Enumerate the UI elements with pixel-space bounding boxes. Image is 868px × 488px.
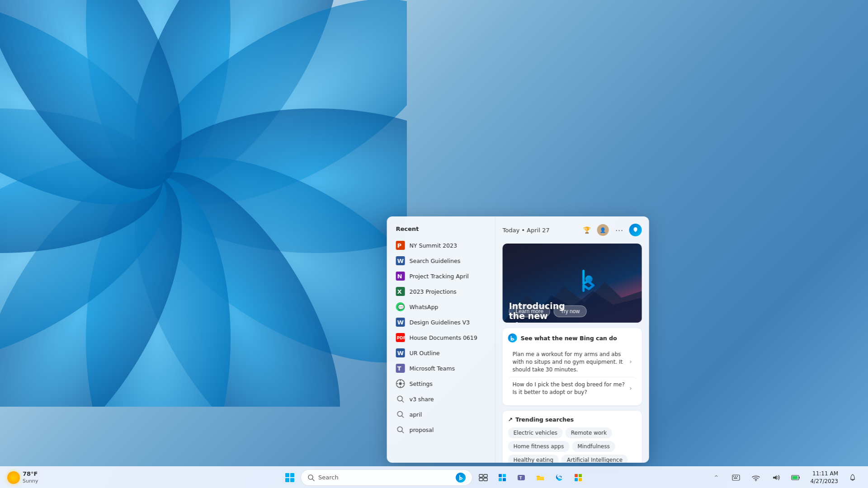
trending-tag-mindfulness[interactable]: Mindfulness <box>572 441 615 452</box>
search-icon-3 <box>396 425 405 434</box>
weather-condition: Sunny <box>23 478 38 484</box>
chevron-up-icon: ^ <box>714 474 718 480</box>
svg-rect-70 <box>793 476 798 479</box>
trending-tag-electric-vehicles[interactable]: Electric vehicles <box>508 427 563 438</box>
wifi-button[interactable] <box>748 469 764 486</box>
bing-section-title: See what the new Bing can do <box>521 335 617 342</box>
recent-item-april[interactable]: april <box>387 407 495 422</box>
bing-banner: Introducing the new Bing Learn more Try … <box>503 244 642 323</box>
store-icon <box>574 473 583 482</box>
learn-more-button[interactable]: Learn more <box>509 305 550 317</box>
volume-button[interactable] <box>768 469 784 486</box>
profile-button[interactable]: 👤 <box>597 224 609 236</box>
recent-item-settings[interactable]: Settings <box>387 376 495 391</box>
svg-text:💬: 💬 <box>398 304 405 310</box>
trending-arrow-icon: ↗ <box>508 416 513 423</box>
search-placeholder: Search <box>318 474 452 481</box>
recent-item-v3-share[interactable]: v3 share <box>387 391 495 407</box>
excel-icon: X <box>396 287 405 296</box>
edge-button[interactable] <box>551 469 567 486</box>
taskbar-search[interactable]: Search <box>301 469 472 486</box>
battery-button[interactable] <box>788 469 804 486</box>
svg-rect-48 <box>484 474 487 477</box>
recent-item-label: april <box>410 411 422 418</box>
svg-line-33 <box>402 400 404 402</box>
svg-point-31 <box>399 382 402 385</box>
trending-header: ↗ Trending searches <box>508 416 637 423</box>
trending-tag-healthy-eating[interactable]: Healthy eating <box>508 455 559 463</box>
recent-item-label: House Documents 0619 <box>410 334 477 341</box>
svg-rect-49 <box>479 478 483 481</box>
store-button[interactable] <box>570 469 586 486</box>
svg-rect-47 <box>479 474 483 477</box>
recent-item-label: UR Outline <box>410 350 440 357</box>
taskbar-clock: 11:11 AM 4/27/2023 <box>810 470 838 485</box>
widgets-button[interactable] <box>494 469 510 486</box>
chevron-right-icon-1: › <box>629 357 632 366</box>
svg-rect-66 <box>734 478 737 479</box>
recent-items-list: P NY Summit 2023 W Search Guidelines N <box>387 238 495 437</box>
weather-widget[interactable]: 78°F Sunny <box>7 470 38 484</box>
word-icon: W <box>396 256 405 265</box>
search-icon-2 <box>396 410 405 419</box>
svg-rect-60 <box>575 478 578 481</box>
svg-rect-52 <box>503 474 506 477</box>
svg-point-67 <box>755 480 756 481</box>
trending-tag-remote-work[interactable]: Remote work <box>566 427 612 438</box>
clock-time: 11:11 AM <box>810 470 838 478</box>
svg-text:PDF: PDF <box>397 336 405 340</box>
svg-point-40 <box>585 275 593 282</box>
svg-text:W: W <box>397 258 404 264</box>
svg-line-46 <box>312 479 314 481</box>
teams-chat-icon: T <box>517 473 526 482</box>
bing-query-2[interactable]: How do I pick the best dog breed for me?… <box>508 377 637 400</box>
onenote-icon: N <box>396 272 405 281</box>
file-explorer-button[interactable] <box>532 469 548 486</box>
more-options-button[interactable]: ⋯ <box>613 224 626 236</box>
start-popup: Recent P NY Summit 2023 W Search Guideli… <box>387 216 649 463</box>
panel-date: Today • April 27 <box>503 227 550 234</box>
trending-tag-ai[interactable]: Artificial Intelligence <box>561 455 628 463</box>
svg-rect-64 <box>735 476 736 477</box>
bing-capabilities-section: See what the new Bing can do Plan me a w… <box>503 328 642 405</box>
recent-item-teams[interactable]: T Microsoft Teams <box>387 361 495 376</box>
volume-icon <box>772 474 780 481</box>
task-view-icon <box>479 473 488 482</box>
pdf-icon: PDF <box>396 333 405 342</box>
whatsapp-icon: 💬 <box>396 302 405 311</box>
keyboard-button[interactable] <box>728 469 744 486</box>
recent-item-2023-projections[interactable]: X 2023 Projections <box>387 284 495 299</box>
panel-header-icons: 🏆 👤 ⋯ <box>580 224 642 236</box>
desktop: Recent P NY Summit 2023 W Search Guideli… <box>0 0 868 488</box>
trophy-button[interactable]: 🏆 <box>580 224 593 236</box>
trending-section: ↗ Trending searches Electric vehicles Re… <box>503 411 642 463</box>
recent-item-ny-summit[interactable]: P NY Summit 2023 <box>387 238 495 253</box>
bing-query-1[interactable]: Plan me a workout for my arms and abs wi… <box>508 347 637 377</box>
teams-icon: T <box>396 364 405 373</box>
recent-item-ur-outline[interactable]: W UR Outline <box>387 345 495 361</box>
recent-item-whatsapp[interactable]: 💬 WhatsApp <box>387 299 495 314</box>
task-view-button[interactable] <box>475 469 491 486</box>
clock-display[interactable]: 11:11 AM 4/27/2023 <box>807 469 841 486</box>
svg-rect-44 <box>290 478 294 482</box>
recent-item-design-guidelines[interactable]: W Design Guidelines V3 <box>387 314 495 330</box>
notification-button[interactable] <box>844 469 861 486</box>
try-now-button[interactable]: Try now <box>554 305 586 317</box>
bing-query-text-1: Plan me a workout for my arms and abs wi… <box>513 351 629 373</box>
system-tray-expand[interactable]: ^ <box>708 469 724 486</box>
recent-item-proposal[interactable]: proposal <box>387 422 495 437</box>
recent-item-label: Project Tracking April <box>410 273 469 280</box>
recent-item-project-tracking[interactable]: N Project Tracking April <box>387 268 495 284</box>
svg-rect-53 <box>499 478 502 481</box>
recent-item-house-documents[interactable]: PDF House Documents 0619 <box>387 330 495 345</box>
start-button[interactable] <box>282 469 298 486</box>
recent-item-search-guidelines[interactable]: W Search Guidelines <box>387 253 495 268</box>
svg-text:T: T <box>519 476 522 480</box>
recent-item-label: Settings <box>410 380 433 387</box>
recent-item-label: proposal <box>410 427 434 433</box>
trending-tag-home-fitness[interactable]: Home fitness apps <box>508 441 570 452</box>
svg-text:X: X <box>397 288 402 295</box>
word-icon-2: W <box>396 318 405 327</box>
teams-chat-button[interactable]: T <box>513 469 529 486</box>
bing-icon-button[interactable] <box>629 224 642 236</box>
